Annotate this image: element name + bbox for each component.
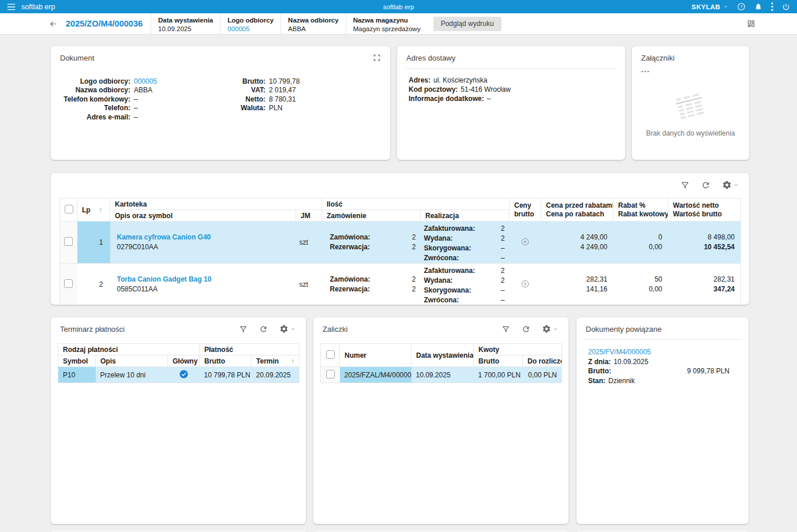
column-termin[interactable]: Termin↑ — [252, 355, 300, 367]
meta-label: Nazwa magazynu — [353, 16, 421, 25]
user-name: SKYLAB — [691, 3, 720, 10]
items-table: Lp↑ Kartoteka Ilość Cenybrutto Cena prze… — [59, 198, 741, 305]
row-checkbox-cell — [60, 222, 77, 264]
next-card-stub — [313, 530, 568, 532]
select-all-checkbox-cell — [60, 198, 77, 222]
fullscreen-icon[interactable] — [373, 54, 381, 62]
column-opis[interactable]: Opis oraz symbol — [110, 210, 296, 222]
row-rabat: 00,00 — [613, 222, 668, 264]
table-row[interactable]: P10 Przelew 10 dni 10 799,78 PLN 20.09.2… — [58, 367, 300, 383]
select-all-checkbox-cell — [321, 344, 340, 367]
payments-header-group-row: Rodzaj płatności Płatność — [58, 344, 300, 355]
field-label: Brutto: — [208, 77, 265, 85]
menu-icon[interactable] — [7, 3, 16, 10]
row-zamowienie: Zamówiona:2 Rezerwacja:2 — [322, 222, 421, 264]
column-realizacja[interactable]: Realizacja — [421, 210, 510, 222]
column-brutto[interactable]: Brutto — [474, 355, 523, 367]
power-icon[interactable] — [782, 3, 790, 11]
column-cena[interactable]: Cena przed rabatamiCena po rabatach — [541, 198, 613, 222]
refresh-icon[interactable] — [522, 325, 530, 334]
field-label: Brutto: — [588, 367, 611, 375]
column-brutto[interactable]: Brutto — [200, 355, 252, 367]
field-value: – — [134, 113, 138, 121]
filter-icon[interactable] — [502, 325, 510, 334]
more-horizontal-icon[interactable]: ... — [641, 65, 650, 74]
product-link[interactable]: Torba Canion Gadget Bag 10 — [117, 275, 296, 284]
crossed-circle-icon — [510, 264, 541, 305]
advance-brutto: 1 700,00 PLN — [474, 367, 523, 383]
refresh-icon[interactable] — [259, 325, 268, 334]
field-value: PLN — [269, 104, 282, 112]
settings-icon[interactable] — [722, 180, 739, 190]
column-group-kwoty: Kwoty — [474, 344, 562, 355]
next-card-stub — [577, 530, 749, 532]
column-symbol[interactable]: Symbol — [58, 355, 96, 367]
column-opis[interactable]: Opis — [96, 355, 168, 367]
field-label: Netto: — [208, 95, 265, 103]
layout-icon[interactable] — [747, 20, 755, 28]
back-arrow-icon[interactable] — [48, 20, 58, 28]
column-lp[interactable]: Lp↑ — [77, 198, 110, 222]
meta-value-link[interactable]: 000005 — [227, 25, 274, 33]
delivery-fields: Adres:ul. Kościerzyńska Kod pocztowy:51-… — [409, 76, 511, 103]
checkbox[interactable] — [65, 205, 73, 213]
help-icon[interactable]: ? — [737, 2, 746, 11]
field-label: Logo odbiorcy: — [61, 77, 130, 85]
topbar-center-title: softlab erp — [0, 3, 797, 10]
checkbox[interactable] — [326, 350, 335, 359]
notifications-icon[interactable] — [754, 2, 762, 11]
checkbox[interactable] — [64, 237, 73, 246]
column-zamowienie[interactable]: Zamówienie — [322, 210, 421, 222]
row-checkbox-cell — [321, 367, 340, 383]
refresh-icon[interactable] — [701, 181, 710, 190]
related-document-link[interactable]: 2025/FV/M4/000005 — [588, 348, 651, 356]
field-label: Z dnia: — [588, 358, 611, 366]
column-numer[interactable]: Numer — [340, 344, 411, 367]
meta-nazwa-odbiorcy: Nazwa odbiorcy ABBA — [280, 13, 346, 34]
column-ceny-brutto[interactable]: Cenybrutto — [510, 198, 541, 222]
row-cena: 4 249,004 249,00 — [541, 222, 613, 264]
user-menu[interactable]: SKYLAB — [691, 3, 728, 10]
card-title: Dokumenty powiązane — [586, 325, 662, 334]
more-vertical-icon[interactable] — [771, 2, 773, 11]
column-group-rodzaj-platnosci: Rodzaj płatności — [58, 344, 200, 355]
table-row[interactable]: 2 Torba Canion Gadget Bag 10 0585C011AA … — [60, 264, 741, 305]
field-value: – — [134, 104, 138, 112]
document-number[interactable]: 2025/ZO/M4/000036 — [66, 19, 143, 28]
row-jm: szt — [296, 222, 322, 264]
meta-logo-odbiorcy: Logo odbiorcy 000005 — [220, 13, 280, 34]
field-value: 51-416 Wrocław — [461, 85, 510, 93]
filter-icon[interactable] — [239, 325, 248, 334]
page: softlab erp softlab erp SKYLAB ? — [0, 0, 797, 532]
column-jm[interactable]: JM — [296, 210, 322, 222]
advances-table: Numer Data wystawienia ↓ Kwoty Brutto Do… — [320, 343, 562, 383]
field-value: – — [487, 95, 491, 103]
field-value-link[interactable]: 000005 — [134, 77, 157, 85]
sort-asc-icon: ↑ — [291, 357, 294, 365]
filter-icon[interactable] — [680, 181, 690, 190]
print-preview-button[interactable]: Podgląd wydruku — [433, 17, 502, 31]
column-do-rozliczenia[interactable]: Do rozliczenia — [523, 355, 562, 367]
settings-icon[interactable] — [279, 324, 295, 334]
table-row[interactable]: 1 Kamera cyfrowa Canion G40 0279C010AA s… — [60, 222, 741, 264]
items-toolbar — [680, 180, 739, 190]
meta-label: Logo odbiorcy — [227, 16, 274, 25]
column-rabat[interactable]: Rabat %Rabat kwotowy — [613, 198, 668, 222]
checkbox[interactable] — [326, 370, 335, 379]
column-glowny[interactable]: Główny — [168, 355, 200, 367]
product-link[interactable]: Kamera cyfrowa Canion G40 — [117, 233, 296, 242]
column-data-wystawienia[interactable]: Data wystawienia ↓ — [411, 344, 474, 367]
column-wartosc[interactable]: Wartość nettoWartość brutto — [668, 198, 741, 222]
field-label: VAT: — [208, 86, 265, 94]
column-group-platnosc: Płatność — [200, 344, 300, 355]
delivery-address-card: Adres dostawy Adres:ul. Kościerzyńska Ko… — [397, 46, 625, 160]
card-title: Dokument — [60, 54, 94, 62]
meta-data-wystawienia: Data wystawienia 10.09.2025 — [151, 13, 220, 34]
checkbox[interactable] — [64, 279, 73, 288]
field-value: ABBA — [134, 86, 152, 94]
card-title: Terminarz płatności — [60, 325, 125, 334]
table-row[interactable]: 2025/FZAL/M4/000001 10.09.2025 1 700,00 … — [321, 367, 562, 383]
empty-state-icon — [669, 91, 712, 128]
settings-icon[interactable] — [542, 324, 558, 334]
card-title: Adres dostawy — [406, 54, 455, 62]
